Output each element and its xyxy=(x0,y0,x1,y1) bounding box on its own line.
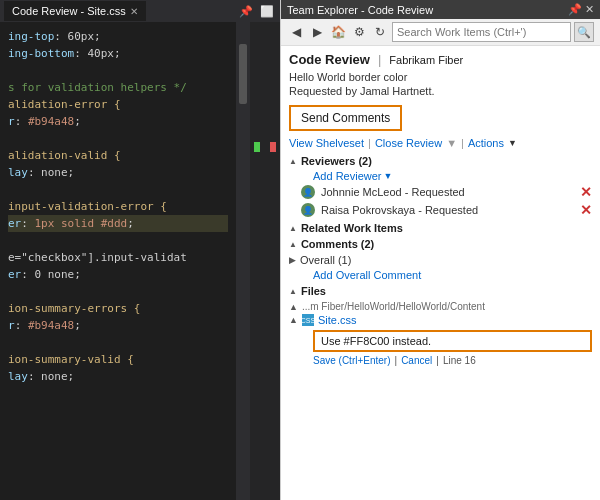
code-line xyxy=(8,334,228,351)
reviewer-name-1: Johnnie McLeod - Requested xyxy=(321,186,574,198)
related-work-items-header: ▲ Related Work Items xyxy=(289,222,592,234)
reviewers-collapse-icon[interactable]: ▲ xyxy=(289,157,297,166)
close-review-link[interactable]: Close Review xyxy=(375,137,442,149)
back-button[interactable]: ◀ xyxy=(287,23,305,41)
comments-section-header: ▲ Comments (2) xyxy=(289,238,592,250)
files-collapse-icon[interactable]: ▲ xyxy=(289,287,297,296)
code-line: e="checkbox"].input-validat xyxy=(8,249,228,266)
minimap-red-marker xyxy=(270,142,276,152)
team-explorer-toolbar: ◀ ▶ 🏠 ⚙ ↻ 🔍 xyxy=(281,19,600,46)
actions-link[interactable]: Actions xyxy=(468,137,504,149)
save-comment-link[interactable]: Save (Ctrl+Enter) xyxy=(313,355,391,366)
home-button[interactable]: 🏠 xyxy=(329,23,347,41)
team-explorer-content: Code Review | Fabrikam Fiber Hello World… xyxy=(281,46,600,500)
comment-box[interactable]: Use #FF8C00 instead. xyxy=(313,330,592,352)
minimap-green-marker xyxy=(254,142,260,152)
related-collapse-icon[interactable]: ▲ xyxy=(289,224,297,233)
code-line: ion-summary-valid { xyxy=(8,351,228,368)
code-line xyxy=(8,283,228,300)
vertical-scrollbar[interactable] xyxy=(236,22,250,500)
code-line: r: #b94a48; xyxy=(8,113,228,130)
tab-label: Code Review - Site.css xyxy=(12,5,126,17)
code-line xyxy=(8,130,228,147)
file-directory-path: ...m Fiber/HelloWorld/HelloWorld/Content xyxy=(302,301,485,312)
reviewer-remove-1[interactable]: ✕ xyxy=(580,184,592,200)
editor-content: ing-top: 60px; ing-bottom: 40px; s for v… xyxy=(0,22,280,500)
expand-icon[interactable]: ⬜ xyxy=(258,4,276,19)
overall-item: ▶ Overall (1) xyxy=(289,253,592,267)
add-reviewer-link[interactable]: Add Reviewer ▼ xyxy=(313,170,592,182)
forward-button[interactable]: ▶ xyxy=(308,23,326,41)
editor-tab[interactable]: Code Review - Site.css ✕ xyxy=(4,1,146,21)
code-line: lay: none; xyxy=(8,368,228,385)
comment-action-bar: Save (Ctrl+Enter) | Cancel | Line 16 xyxy=(313,355,592,366)
te-main-title: Code Review xyxy=(289,52,370,67)
settings-button[interactable]: ⚙ xyxy=(350,23,368,41)
send-comments-button[interactable]: Send Comments xyxy=(289,105,402,131)
code-line: ing-bottom: 40px; xyxy=(8,45,228,62)
code-line: ing-top: 60px; xyxy=(8,28,228,45)
reviewer-row-1: 👤 Johnnie McLeod - Requested ✕ xyxy=(289,184,592,200)
file-name[interactable]: Site.css xyxy=(318,314,357,326)
minimap xyxy=(250,22,280,500)
code-line: input-validation-error { xyxy=(8,198,228,215)
close-pane-icon[interactable]: ✕ xyxy=(585,3,594,16)
comments-title: Comments (2) xyxy=(301,238,374,250)
scrollbar-thumb[interactable] xyxy=(239,44,247,104)
code-line xyxy=(8,62,228,79)
team-explorer-title: Team Explorer - Code Review xyxy=(287,4,564,16)
file-expand-icon[interactable]: ▲ xyxy=(289,315,298,325)
team-explorer-pane: Team Explorer - Code Review 📌 ✕ ◀ ▶ 🏠 ⚙ … xyxy=(280,0,600,500)
reviewer-avatar-2: 👤 xyxy=(301,203,315,217)
te-action-links: View Shelveset | Close Review ▼ | Action… xyxy=(289,137,592,149)
code-line xyxy=(8,232,228,249)
te-description1: Hello World border color xyxy=(289,71,592,83)
add-overall-comment-row: Add Overall Comment xyxy=(289,269,592,281)
editor-pane: Code Review - Site.css ✕ 📌 ⬜ ing-top: 60… xyxy=(0,0,280,500)
code-line: lay: none; xyxy=(8,164,228,181)
tab-close-icon[interactable]: ✕ xyxy=(130,6,138,17)
pin-window-icon[interactable]: 📌 xyxy=(568,3,582,16)
title-icons: 📌 ✕ xyxy=(568,3,594,16)
overall-expand-icon[interactable]: ▶ xyxy=(289,255,296,265)
overall-label: Overall (1) xyxy=(300,254,351,266)
comments-collapse-icon[interactable]: ▲ xyxy=(289,240,297,249)
tab-icons: 📌 ⬜ xyxy=(237,4,276,19)
file-path-expand-icon[interactable]: ▲ xyxy=(289,302,298,312)
files-title: Files xyxy=(301,285,326,297)
code-line: r: #b94a48; xyxy=(8,317,228,334)
add-reviewer-label: Add Reviewer xyxy=(313,170,381,182)
te-section-title: Code Review | Fabrikam Fiber xyxy=(289,52,592,67)
file-type-icon: CSS xyxy=(302,314,314,326)
actions-dropdown-arrow[interactable]: ▼ xyxy=(508,138,517,148)
comment-action-sep2: | xyxy=(436,355,439,366)
pin-icon[interactable]: 📌 xyxy=(237,4,255,19)
reviewer-avatar-1: 👤 xyxy=(301,185,315,199)
add-reviewer-arrow[interactable]: ▼ xyxy=(383,171,392,181)
files-section-header: ▲ Files xyxy=(289,285,592,297)
add-overall-comment-link[interactable]: Add Overall Comment xyxy=(313,269,592,281)
code-area[interactable]: ing-top: 60px; ing-bottom: 40px; s for v… xyxy=(0,22,236,500)
search-button[interactable]: 🔍 xyxy=(574,22,594,42)
comment-text: Use #FF8C00 instead. xyxy=(321,335,431,347)
file-row: ▲ CSS Site.css xyxy=(289,313,592,327)
file-path-row: ▲ ...m Fiber/HelloWorld/HelloWorld/Conte… xyxy=(289,300,592,313)
comment-action-sep: | xyxy=(395,355,398,366)
code-line: alidation-error { xyxy=(8,96,228,113)
reviewer-row-2: 👤 Raisa Pokrovskaya - Requested ✕ xyxy=(289,202,592,218)
code-line-highlighted: er: 1px solid #ddd; xyxy=(8,215,228,232)
code-line: alidation-valid { xyxy=(8,147,228,164)
reviewer-remove-2[interactable]: ✕ xyxy=(580,202,592,218)
reviewer-name-2: Raisa Pokrovskaya - Requested xyxy=(321,204,574,216)
search-input[interactable] xyxy=(392,22,571,42)
view-shelveset-link[interactable]: View Shelveset xyxy=(289,137,364,149)
te-description2: Requested by Jamal Hartnett. xyxy=(289,85,592,97)
te-project-name: Fabrikam Fiber xyxy=(389,54,463,66)
refresh-button[interactable]: ↻ xyxy=(371,23,389,41)
reviewers-title: Reviewers (2) xyxy=(301,155,372,167)
code-line: ion-summary-errors { xyxy=(8,300,228,317)
editor-tab-bar: Code Review - Site.css ✕ 📌 ⬜ xyxy=(0,0,280,22)
code-line xyxy=(8,181,228,198)
team-explorer-titlebar: Team Explorer - Code Review 📌 ✕ xyxy=(281,0,600,19)
cancel-comment-link[interactable]: Cancel xyxy=(401,355,432,366)
